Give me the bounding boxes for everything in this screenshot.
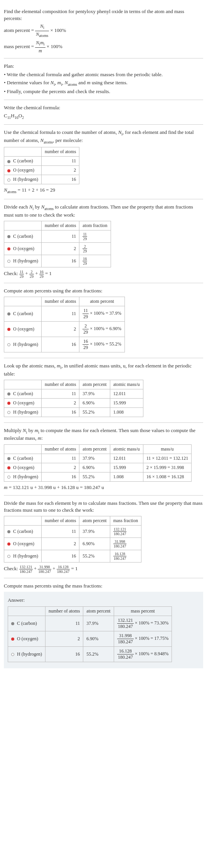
mass-percents-section: Compute mass percents using the mass fra… xyxy=(4,578,203,671)
mass-fractions-table: number of atomsatom percentmass fraction… xyxy=(4,516,141,563)
plan-bullet-2: • Determine values for Ni, mi, Natoms an… xyxy=(4,79,203,87)
plan-section: Plan: • Write the chemical formula and g… xyxy=(4,58,203,100)
atom-percent-lhs: atom percent = xyxy=(4,27,35,33)
mass-percent-frac: Nimi m xyxy=(35,40,45,54)
carbon-dot-icon xyxy=(7,312,10,315)
hydrogen-dot-icon xyxy=(7,179,10,182)
mass-fractions-section: Divide the mass for each element by m to… xyxy=(4,496,203,578)
intro-section: Find the elemental composition for penty… xyxy=(4,4,203,58)
chem-formula-section: Write the chemical formula: C11H16O2 xyxy=(4,100,203,125)
times-100-2: × 100% xyxy=(47,43,62,49)
mass-percent-formula: mass percent = Nimi m × 100% xyxy=(4,40,203,54)
count-atoms-section: Use the chemical formula to count the nu… xyxy=(4,125,203,199)
times-100-1: × 100% xyxy=(50,27,66,33)
count-atoms-sum: Natoms = 11 + 2 + 16 = 29 xyxy=(4,187,203,195)
carbon-dot-icon xyxy=(7,530,10,533)
count-atoms-text: Use the chemical formula to count the nu… xyxy=(4,129,203,145)
chem-formula-heading: Write the chemical formula: xyxy=(4,104,203,111)
mass-fractions-text: Divide the mass for each element by m to… xyxy=(4,500,203,514)
atom-percent-formula: atom percent = Ni Natoms × 100% xyxy=(4,23,203,38)
oxygen-dot-icon xyxy=(7,328,10,331)
oxygen-dot-icon xyxy=(7,169,10,172)
mass-percent-lhs: mass percent = xyxy=(4,43,35,49)
hydrogen-dot-icon xyxy=(7,476,10,479)
atom-percents-table: number of atomsatom percent C (carbon)11… xyxy=(4,297,125,352)
atom-fractions-text: Divide each Ni by Natoms to calculate at… xyxy=(4,204,203,219)
table-row-h: H (hydrogen) xyxy=(4,175,42,184)
atom-percents-section: Compute atom percents using the atom fra… xyxy=(4,283,203,358)
oxygen-dot-icon xyxy=(7,247,10,250)
atomic-mass-table: number of atomsatom percentatomic mass/u… xyxy=(4,380,143,417)
chem-formula: C11H16O2 xyxy=(4,112,203,120)
oxygen-dot-icon xyxy=(7,466,10,469)
carbon-dot-icon xyxy=(7,392,10,396)
table-row-o: O (oxygen) xyxy=(4,166,42,175)
oxygen-dot-icon xyxy=(11,638,14,641)
hydrogen-dot-icon xyxy=(11,653,14,656)
oxygen-dot-icon xyxy=(7,402,10,405)
answer-label: Answer: xyxy=(8,597,199,604)
atom-fractions-table: number of atomsatom fraction C (carbon)1… xyxy=(4,221,111,267)
multiply-sum: m = 132.121 u + 31.998 u + 16.128 u = 18… xyxy=(4,484,203,491)
plan-bullet-3: • Finally, compute the percents and chec… xyxy=(4,88,203,95)
header-num-atoms: number of atoms xyxy=(41,147,79,157)
atom-fractions-check: Check: 1129 + 229 + 1629 = 1 xyxy=(4,270,203,279)
mass-fractions-check: Check: 132.121180.247 + 31.998180.247 + … xyxy=(4,565,203,574)
atom-percent-frac: Ni Natoms xyxy=(35,23,49,38)
hydrogen-dot-icon xyxy=(7,343,10,346)
carbon-dot-icon xyxy=(11,622,14,625)
atom-percents-heading: Compute atom percents using the atom fra… xyxy=(4,287,203,294)
mass-percents-heading: Compute mass percents using the mass fra… xyxy=(4,583,203,589)
carbon-dot-icon xyxy=(7,235,10,238)
count-atoms-table: number of atoms C (carbon)11 O (oxygen)2… xyxy=(4,147,79,184)
carbon-dot-icon xyxy=(7,457,10,460)
mass-percents-table: number of atomsatom percentmass percent … xyxy=(8,606,172,662)
atomic-mass-text: Look up the atomic mass, mi, in unified … xyxy=(4,362,203,377)
answer-box: Answer: number of atomsatom percentmass … xyxy=(4,592,203,668)
table-row-c: C (carbon) xyxy=(4,157,42,166)
hydrogen-dot-icon xyxy=(7,555,10,558)
multiply-text: Multiply Ni by mi to compute the mass fo… xyxy=(4,427,203,442)
oxygen-dot-icon xyxy=(7,542,10,546)
plan-heading: Plan: xyxy=(4,63,203,70)
atomic-mass-section: Look up the atomic mass, mi, in unified … xyxy=(4,358,203,423)
hydrogen-dot-icon xyxy=(7,260,10,263)
plan-bullet-1: • Write the chemical formula and gather … xyxy=(4,71,203,78)
hydrogen-dot-icon xyxy=(7,411,10,414)
carbon-dot-icon xyxy=(7,160,10,163)
atom-fractions-section: Divide each Ni by Natoms to calculate at… xyxy=(4,199,203,283)
multiply-section: Multiply Ni by mi to compute the mass fo… xyxy=(4,423,203,496)
multiply-table: number of atomsatom percentatomic mass/u… xyxy=(4,444,192,482)
intro-text: Find the elemental composition for penty… xyxy=(4,8,203,22)
